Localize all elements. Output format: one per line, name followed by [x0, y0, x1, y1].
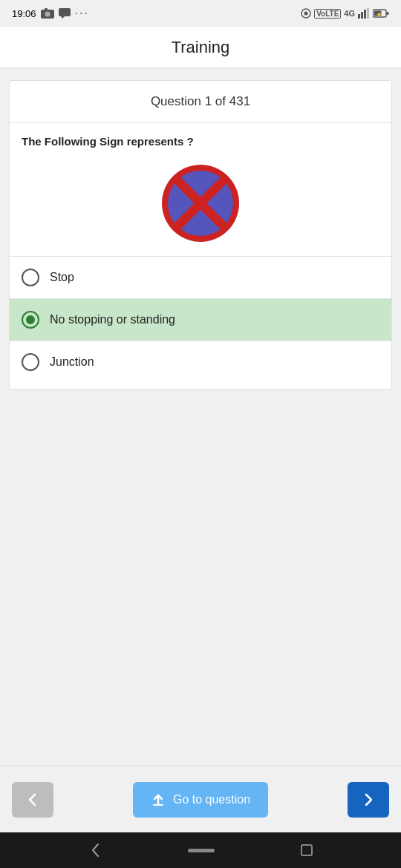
upload-icon — [151, 792, 166, 807]
svg-point-1 — [45, 12, 50, 17]
option-no-stopping-label: No stopping or standing — [50, 313, 175, 326]
signal-icon — [358, 8, 370, 19]
svg-rect-3 — [59, 8, 71, 16]
option-junction[interactable]: Junction — [10, 341, 391, 383]
status-bar: 19:06 ··· VoLTE 4G — [0, 0, 401, 27]
main-content: Question 1 of 431 The Following Sign rep… — [0, 68, 401, 766]
location-icon — [301, 8, 311, 19]
question-counter: Question 1 of 431 — [9, 80, 392, 123]
svg-rect-7 — [361, 12, 363, 19]
svg-point-5 — [304, 12, 308, 16]
volte-icon: VoLTE — [314, 9, 341, 19]
dots-icon: ··· — [75, 7, 89, 20]
svg-rect-2 — [45, 8, 48, 10]
svg-rect-6 — [358, 14, 360, 19]
radio-no-stopping-fill — [26, 315, 35, 324]
question-counter-text: Question 1 of 431 — [151, 94, 250, 108]
message-icon — [59, 8, 71, 19]
option-junction-label: Junction — [50, 355, 94, 369]
page-title: Training — [172, 38, 230, 57]
status-left: 19:06 ··· — [12, 7, 89, 20]
radio-stop — [22, 269, 39, 286]
back-button[interactable] — [12, 782, 53, 818]
go-to-question-button[interactable]: Go to question — [133, 782, 268, 818]
next-arrow-icon — [360, 792, 376, 808]
option-stop[interactable]: Stop — [10, 257, 391, 299]
status-right: VoLTE 4G ⚡ — [301, 8, 389, 19]
option-stop-label: Stop — [50, 271, 74, 284]
android-back-button[interactable] — [86, 841, 104, 859]
svg-rect-8 — [364, 10, 366, 19]
radio-no-stopping — [22, 311, 39, 329]
svg-rect-9 — [367, 8, 369, 19]
radio-junction — [22, 353, 39, 371]
android-nav-bar — [0, 832, 401, 868]
android-recents-button[interactable] — [299, 842, 315, 858]
svg-rect-12 — [387, 12, 389, 15]
back-arrow-icon — [25, 792, 41, 808]
option-no-stopping[interactable]: No stopping or standing — [10, 299, 391, 341]
bottom-nav: Go to question — [0, 766, 401, 832]
sign-container — [10, 154, 391, 256]
android-back-icon — [86, 841, 104, 859]
question-text: The Following Sign represents ? — [10, 123, 391, 154]
photo-icon — [41, 8, 54, 19]
android-recents-icon — [299, 842, 315, 858]
svg-rect-19 — [301, 845, 312, 855]
android-home-pill — [188, 849, 215, 852]
network-4g: 4G — [344, 9, 355, 18]
android-home-button[interactable] — [188, 849, 215, 852]
go-to-question-label: Go to question — [173, 793, 250, 806]
svg-text:⚡: ⚡ — [376, 11, 382, 18]
battery-icon: ⚡ — [373, 9, 389, 18]
question-card: The Following Sign represents ? Stop — [9, 123, 392, 389]
status-time: 19:06 — [12, 8, 36, 19]
app-header: Training — [0, 27, 401, 68]
traffic-sign-image — [160, 162, 241, 244]
next-button[interactable] — [348, 782, 389, 818]
